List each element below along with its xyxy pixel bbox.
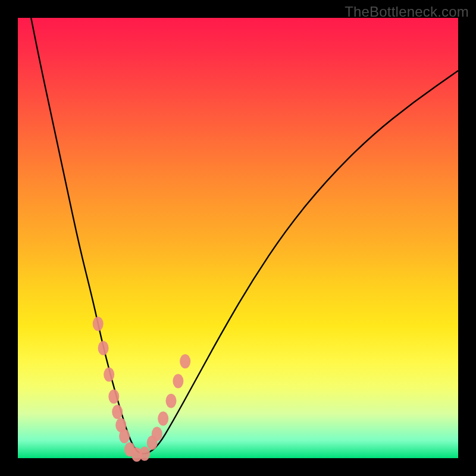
highlight-dot	[108, 389, 119, 403]
curve-layer	[18, 18, 458, 458]
highlight-dot	[119, 429, 130, 443]
highlight-dot	[139, 447, 150, 461]
highlight-dot	[112, 405, 123, 419]
highlight-dot	[173, 374, 183, 389]
bottleneck-curve	[31, 18, 458, 454]
highlight-dots-group	[93, 317, 191, 462]
highlight-dot	[158, 411, 168, 425]
plot-area	[18, 18, 458, 458]
highlight-dot	[93, 317, 104, 331]
chart-frame: TheBottleneck.com	[0, 0, 476, 476]
highlight-dot	[98, 341, 109, 355]
highlight-dot	[104, 367, 114, 381]
highlight-dot	[152, 427, 162, 441]
highlight-dot	[180, 354, 190, 368]
highlight-dot	[166, 394, 177, 408]
